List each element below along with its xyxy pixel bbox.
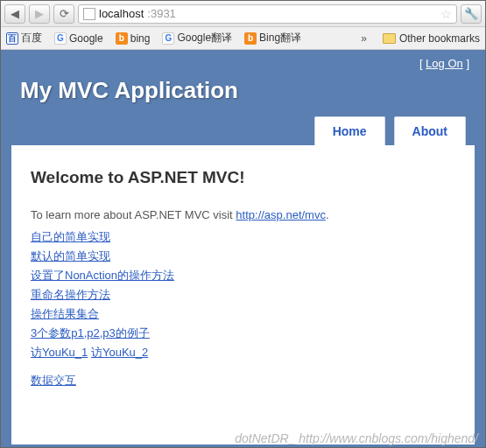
- bookmark-bing[interactable]: bbing: [116, 32, 151, 45]
- google-icon: G: [54, 32, 67, 45]
- intro-suffix: .: [326, 208, 329, 221]
- link-own-simple[interactable]: 自己的简单实现: [31, 230, 110, 243]
- bing-translate-icon: b: [244, 32, 257, 45]
- logon-link[interactable]: Log On: [426, 57, 463, 70]
- bookmark-label: 百度: [21, 31, 42, 46]
- main-content: Welcome to ASP.NET MVC! To learn more ab…: [11, 145, 475, 444]
- main-menu: Home About: [1, 116, 485, 145]
- page-content: [ Log On ] My MVC Application Home About…: [1, 50, 485, 447]
- link-rename-action[interactable]: 重命名操作方法: [31, 288, 110, 301]
- link-data-exchange[interactable]: 数据交互: [31, 374, 76, 387]
- intro-prefix: To learn more about ASP.NET MVC visit: [31, 208, 236, 221]
- folder-icon: [383, 33, 396, 44]
- page-heading: Welcome to ASP.NET MVC!: [31, 168, 455, 187]
- bing-icon: b: [116, 32, 128, 45]
- bookmark-label: Bing翻译: [259, 31, 301, 46]
- url-host: localhost: [99, 7, 144, 20]
- bookmark-label: Google: [69, 32, 103, 45]
- bookmarks-overflow-button[interactable]: »: [357, 32, 370, 45]
- bookmark-google-translate[interactable]: GGoogle翻译: [162, 31, 232, 46]
- app-title: My MVC Application: [1, 70, 485, 116]
- link-default-simple[interactable]: 默认的简单实现: [31, 249, 110, 262]
- forward-button[interactable]: ▶: [29, 4, 50, 24]
- wrench-menu-button[interactable]: 🔧: [461, 4, 482, 24]
- other-bookmarks-button[interactable]: Other bookmarks: [383, 32, 480, 45]
- link-list: 自己的简单实现 默认的简单实现 设置了NonAction的操作方法 重命名操作方…: [31, 229, 455, 388]
- google-translate-icon: G: [162, 32, 174, 45]
- reload-button[interactable]: ⟳: [53, 4, 74, 24]
- menu-home[interactable]: Home: [314, 116, 385, 145]
- bookmarks-bar: 百百度 GGoogle bbing GGoogle翻译 bBing翻译 » Ot…: [1, 27, 485, 50]
- url-port: :3931: [147, 7, 176, 20]
- other-bookmarks-label: Other bookmarks: [399, 32, 480, 45]
- address-bar[interactable]: localhost:3931 ☆: [78, 4, 457, 24]
- bookmark-label: bing: [130, 32, 151, 45]
- link-youku-1[interactable]: 访YouKu_1: [31, 346, 88, 359]
- baidu-icon: 百: [6, 32, 18, 45]
- intro-text: To learn more about ASP.NET MVC visit ht…: [31, 206, 455, 224]
- menu-about[interactable]: About: [394, 116, 466, 145]
- bookmark-bing-translate[interactable]: bBing翻译: [244, 31, 301, 46]
- link-youku-2[interactable]: 访YouKu_2: [91, 346, 148, 359]
- bookmark-baidu[interactable]: 百百度: [6, 31, 42, 46]
- page-icon: [83, 8, 95, 20]
- logon-display: [ Log On ]: [1, 50, 485, 70]
- mvc-link[interactable]: http://asp.net/mvc: [236, 208, 326, 221]
- link-three-params[interactable]: 3个参数p1,p2,p3的例子: [31, 326, 150, 340]
- link-nonaction[interactable]: 设置了NonAction的操作方法: [31, 269, 174, 282]
- logon-suffix: ]: [463, 57, 469, 70]
- bookmark-label: Google翻译: [177, 31, 232, 46]
- bookmark-google[interactable]: GGoogle: [54, 32, 103, 45]
- back-button[interactable]: ◀: [4, 4, 25, 24]
- bookmark-star-icon[interactable]: ☆: [440, 7, 452, 21]
- link-result-collection[interactable]: 操作结果集合: [31, 307, 99, 320]
